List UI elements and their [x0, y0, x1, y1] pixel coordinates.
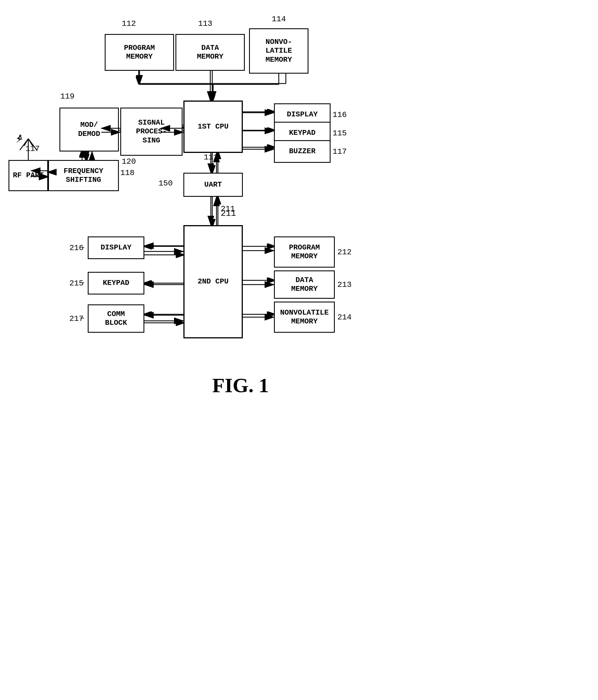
ref-buzzer: 117	[333, 147, 347, 156]
program-memory-212-block: PROGRAM MEMORY	[274, 236, 335, 268]
uart-150-block: UART	[183, 173, 243, 197]
ref-118: 118	[120, 169, 134, 177]
display-216-label: DISPLAY	[101, 243, 131, 252]
ref-116: 116	[333, 110, 347, 119]
buzzer-label: BUZZER	[289, 147, 316, 156]
signal-processing-120-block: SIGNAL PROCES- SING	[120, 108, 183, 156]
program-memory-112-label: PROGRAM MEMORY	[124, 44, 155, 61]
program-memory-112-block: PROGRAM MEMORY	[105, 34, 174, 71]
ref-120: 120	[122, 157, 136, 166]
ref-213: 213	[337, 280, 352, 289]
keypad-215-label: KEYPAD	[103, 279, 129, 288]
figure-title: FIG. 1	[156, 374, 326, 397]
comm-block-217-label: COMM BLOCK	[105, 310, 127, 327]
program-memory-212-label: PROGRAM MEMORY	[289, 243, 320, 261]
mod-demod-119-label: MOD/ DEMOD	[78, 121, 100, 138]
mod-demod-119-block: MOD/ DEMOD	[59, 108, 119, 151]
keypad-115-label: KEYPAD	[289, 129, 316, 138]
keypad-215-block: KEYPAD	[88, 272, 144, 295]
first-cpu-111-label: 1ST CPU	[198, 122, 228, 131]
data-memory-113-block: DATA MEMORY	[176, 34, 245, 71]
ref-119: 119	[60, 92, 74, 101]
tilde-217: ~	[80, 314, 85, 323]
ref-111: 111	[204, 153, 218, 162]
comm-block-217-block: COMM BLOCK	[88, 304, 144, 333]
display-116-label: DISPLAY	[287, 110, 317, 119]
frequency-shifting-118-label: FREQUENCY SHIFTING	[64, 167, 103, 184]
ref-113: 113	[198, 19, 212, 28]
ref-212: 212	[337, 248, 352, 256]
ref-115: 115	[333, 129, 347, 138]
diagram: PROGRAM MEMORY 112 DATA MEMORY 113 NONVO…	[0, 0, 598, 700]
first-cpu-111-block: 1ST CPU	[183, 101, 243, 153]
uart-150-label: UART	[204, 180, 222, 189]
frequency-shifting-118-block: FREQUENCY SHIFTING	[48, 160, 119, 191]
ref-214: 214	[337, 313, 352, 322]
tilde-215: ~	[80, 279, 85, 288]
tilde-216: ~	[80, 244, 85, 252]
display-216-block: DISPLAY	[88, 236, 144, 259]
second-cpu-211-block: 2ND CPU	[183, 225, 243, 339]
data-memory-213-label: DATA MEMORY	[291, 276, 318, 293]
signal-processing-120-label: SIGNAL PROCES- SING	[136, 118, 167, 145]
ref-112: 112	[122, 19, 136, 28]
second-cpu-211-label: 2ND CPU	[198, 277, 228, 286]
ref-114: 114	[272, 15, 286, 24]
ref-117-top: 117	[25, 144, 40, 153]
nonvolatile-memory-114-block: NONVO- LATILE MEMORY	[249, 28, 309, 74]
data-memory-213-block: DATA MEMORY	[274, 270, 335, 299]
rf-part-117-label: RF PART	[13, 171, 44, 180]
antenna-symbol: ∧	[18, 132, 23, 142]
nonvolatile-memory-114-label: NONVO- LATILE MEMORY	[265, 38, 292, 64]
nonvolatile-memory-214-label: NONVOLATILE MEMORY	[280, 308, 329, 326]
nonvolatile-memory-214-block: NONVOLATILE MEMORY	[274, 302, 335, 333]
ref-150: 150	[158, 179, 173, 188]
data-memory-113-label: DATA MEMORY	[197, 44, 224, 61]
ref-211-conn: 211	[221, 204, 235, 213]
rf-part-117-block: RF PART	[8, 160, 48, 191]
buzzer-block: BUZZER	[274, 140, 331, 163]
